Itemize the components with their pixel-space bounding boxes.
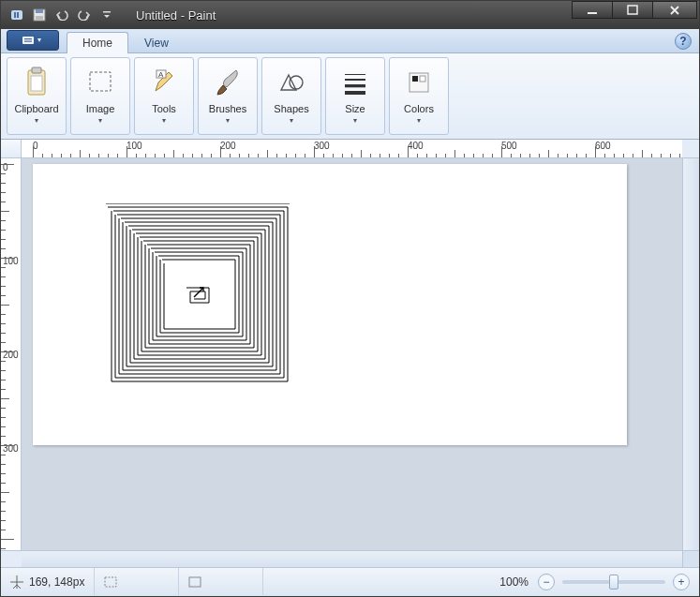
status-bar: 169, 148px 100% − + [1,567,699,595]
square-spiral-drawing [106,203,293,391]
svg-rect-22 [345,91,365,95]
svg-rect-2 [17,12,19,18]
ribbon-panel: Clipboard ▾ Image ▾ A Tools ▾ Brushes ▾ … [1,53,699,140]
chevron-down-icon: ▾ [98,116,102,125]
cursor-position-cell: 169, 148px [1,568,95,595]
canvas-size-icon [188,576,201,588]
svg-rect-1 [14,12,16,18]
cursor-position: 169, 148px [29,575,84,589]
redo-icon[interactable] [74,6,95,24]
svg-rect-11 [24,41,32,42]
group-shapes[interactable]: Shapes ▾ [261,57,321,135]
svg-rect-26 [105,577,116,587]
save-icon[interactable] [29,6,50,24]
svg-rect-5 [36,16,43,21]
chevron-down-icon: ▾ [226,116,230,125]
scrollbar-corner [682,550,699,567]
close-button[interactable] [652,1,697,19]
canvas-size-cell [179,568,263,595]
file-menu-button[interactable] [7,30,59,51]
tab-view[interactable]: View [128,32,185,53]
group-clipboard[interactable]: Clipboard ▾ [7,57,67,135]
group-label: Size [345,103,365,114]
group-label: Colors [404,103,434,114]
hscroll-pad [1,550,22,567]
group-brushes[interactable]: Brushes ▾ [198,57,258,135]
chevron-down-icon: ▾ [417,116,421,125]
window-controls [573,1,697,19]
group-label: Tools [152,103,176,114]
svg-rect-8 [628,6,637,14]
chevron-down-icon: ▾ [353,116,357,125]
group-label: Clipboard [14,103,58,114]
shapes-icon [277,64,305,101]
vertical-ruler: 0 100 200 300 [1,158,22,550]
quick-access-toolbar [1,6,117,24]
zoom-out-button[interactable]: − [538,574,555,590]
vertical-scrollbar[interactable] [682,158,699,550]
undo-icon[interactable] [52,6,72,24]
crosshair-icon [10,575,23,589]
svg-rect-19 [345,74,365,75]
svg-rect-9 [22,37,34,44]
group-label: Image [86,103,115,114]
svg-rect-20 [345,79,365,81]
svg-rect-6 [103,11,111,13]
ruler-label: 400 [408,141,424,151]
size-icon [341,64,369,101]
group-image[interactable]: Image ▾ [70,57,130,135]
window-title: Untitled - Paint [136,8,216,22]
pencil-icon: A [150,64,178,101]
maximize-button[interactable] [612,1,653,19]
svg-rect-25 [420,76,425,82]
ruler-label: 600 [595,141,611,151]
svg-rect-13 [32,67,41,73]
image-select-icon [86,64,114,101]
ruler-corner [1,140,22,158]
ruler-label: 100 [127,141,142,151]
zoom-cell: 100% [490,568,538,595]
svg-rect-10 [24,38,32,39]
titlebar: Untitled - Paint [1,1,699,29]
paint-app-icon[interactable] [7,6,27,24]
svg-rect-14 [31,76,42,91]
chevron-down-icon: ▾ [35,116,38,125]
selection-size-icon [104,576,117,588]
hscroll-row [1,550,699,567]
zoom-thumb[interactable] [609,575,618,590]
ruler-label: 300 [314,141,330,151]
svg-rect-21 [345,84,365,87]
svg-text:A: A [158,70,164,79]
zoom-slider: − + [538,574,699,590]
ruler-pad [682,140,699,158]
chevron-down-icon: ▾ [290,116,293,125]
help-button[interactable]: ? [675,33,692,50]
group-size[interactable]: Size ▾ [325,57,385,135]
ruler-label: 500 [501,141,517,151]
zoom-level: 100% [499,575,529,589]
svg-rect-4 [36,9,43,13]
chevron-down-icon: ▾ [162,116,166,125]
work-row: 0 100 200 300 [1,158,699,550]
ruler-label: 200 [220,141,236,151]
zoom-track[interactable] [562,580,665,584]
canvas[interactable] [33,164,627,445]
tab-home[interactable]: Home [67,32,128,53]
ribbon-tab-row: Home View ? [1,29,699,53]
group-tools[interactable]: A Tools ▾ [134,57,194,135]
qat-more-dropdown[interactable] [97,6,117,24]
selection-size-cell [95,568,179,595]
zoom-in-button[interactable]: + [673,574,690,590]
group-colors[interactable]: Colors ▾ [389,57,449,135]
svg-rect-27 [189,577,201,587]
minimize-button[interactable] [572,1,613,19]
ruler-wrap: 0 100 200 300 400 500 600 // tiny inline… [1,140,699,158]
canvas-viewport[interactable] [22,158,682,550]
horizontal-ruler: 0 100 200 300 400 500 600 // tiny inline… [22,140,682,158]
horizontal-scrollbar[interactable] [22,550,682,567]
colors-icon [406,64,432,101]
clipboard-icon [22,64,51,101]
group-label: Shapes [274,103,308,114]
group-label: Brushes [209,103,246,114]
svg-rect-24 [412,76,418,82]
